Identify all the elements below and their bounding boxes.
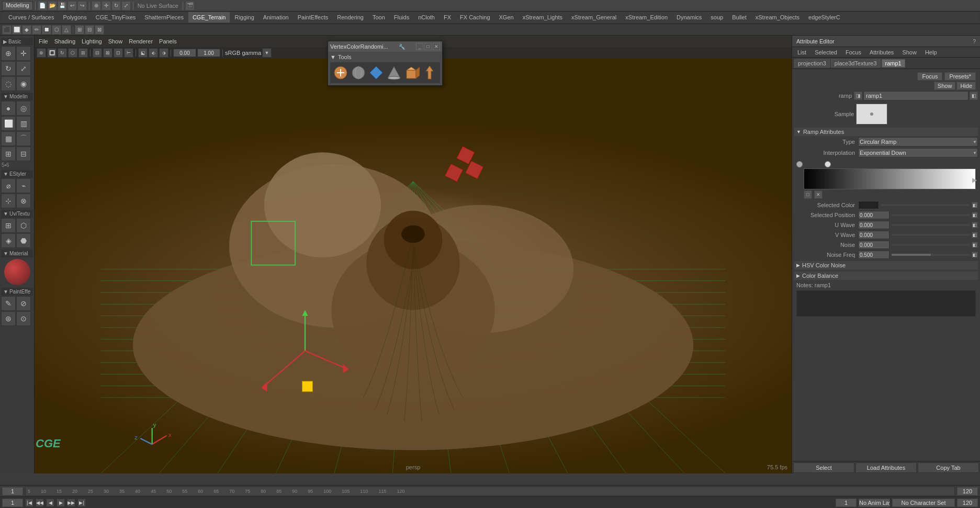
- hsv-color-noise-section[interactable]: ▶ HSV Color Noise: [794, 261, 978, 269]
- undo-btn[interactable]: ↩: [67, 1, 77, 10]
- u-wave-slider[interactable]: [892, 224, 970, 226]
- selected-position-slider[interactable]: [892, 214, 970, 216]
- timeline-ruler[interactable]: 5 10 15 20 25 30 35 40 45 50 55 60 65 70…: [25, 487, 955, 496]
- hide-button[interactable]: Hide: [956, 82, 976, 90]
- timeline-start-field[interactable]: [2, 487, 23, 495]
- sphere-btn[interactable]: ●: [1, 101, 16, 116]
- ramp-marker-left[interactable]: [796, 161, 803, 167]
- redo-btn[interactable]: ↪: [77, 1, 87, 10]
- estyler-btn1[interactable]: ⌀: [1, 178, 16, 193]
- transport-prev-frame-btn[interactable]: ◀: [46, 499, 54, 507]
- attr-tab-focus[interactable]: Focus: [842, 49, 864, 56]
- curve-btn[interactable]: ⌒: [16, 131, 31, 146]
- tab-curves-surfaces[interactable]: Curves / Surfaces: [4, 12, 58, 22]
- cylinder-btn[interactable]: ▥: [16, 116, 31, 131]
- vcr-close-btn[interactable]: ✕: [433, 43, 440, 50]
- tab-xgen[interactable]: XGen: [495, 12, 518, 22]
- u-wave-connect[interactable]: ◧: [972, 222, 978, 228]
- tab-cge-terrain[interactable]: CGE_Terrain: [188, 12, 230, 22]
- node-tab-projection3[interactable]: projection3: [794, 59, 830, 67]
- tab-animation[interactable]: Animation: [259, 12, 293, 22]
- colorspace-dropdown-btn[interactable]: ▼: [262, 48, 272, 58]
- vp-manip-btn[interactable]: ⊞: [78, 48, 88, 58]
- selected-position-connect[interactable]: ◧: [972, 212, 978, 218]
- attr-tab-show[interactable]: Show: [899, 49, 920, 56]
- select-btn[interactable]: ⊕: [1, 46, 16, 61]
- tab-bullet[interactable]: Bullet: [728, 12, 751, 22]
- timeline-end-field[interactable]: [957, 487, 978, 495]
- tool-icon-4[interactable]: ✏: [32, 25, 41, 35]
- node-tab-place3dtexture3[interactable]: place3dTexture3: [831, 59, 881, 67]
- transport-play-fwd-btn[interactable]: ▶: [57, 499, 65, 507]
- scale-btn[interactable]: ⤢: [16, 61, 31, 76]
- selected-color-slider[interactable]: [881, 204, 970, 206]
- selected-color-swatch[interactable]: [858, 201, 879, 209]
- rotate-btn[interactable]: ↻: [1, 61, 16, 76]
- snap-icon-3[interactable]: ⊠: [95, 25, 104, 35]
- attr-tab-selected[interactable]: Selected: [812, 49, 840, 56]
- vcr-titlebar[interactable]: VertexColorRandomi... 🔧 _ □ ✕: [328, 41, 442, 52]
- range-end-field[interactable]: [957, 499, 978, 507]
- viewport[interactable]: x y z File Shading Lighting Show Rendere…: [35, 36, 792, 473]
- tool-icon-5[interactable]: 🔲: [42, 25, 51, 35]
- presets-button[interactable]: Presets*: [944, 72, 976, 81]
- vp-move-btn[interactable]: 🔳: [47, 48, 57, 58]
- vcr-tool-cone[interactable]: [386, 64, 402, 81]
- lighting-menu[interactable]: Lighting: [80, 38, 104, 45]
- sidebar-section-basic[interactable]: ▶ Basic: [1, 38, 33, 46]
- v-wave-slider[interactable]: [892, 234, 970, 236]
- tab-dynamics[interactable]: Dynamics: [672, 12, 706, 22]
- file-menu[interactable]: File: [37, 38, 50, 45]
- sidebar-section-estyler[interactable]: ▼ EStyler: [1, 170, 33, 178]
- v-wave-connect[interactable]: ◧: [972, 232, 978, 238]
- paint-btn2[interactable]: ⊘: [16, 296, 31, 311]
- attr-tab-list[interactable]: List: [794, 49, 809, 56]
- snap-icon-2[interactable]: ⊟: [85, 25, 94, 35]
- node-tab-ramp1[interactable]: ramp1: [882, 59, 905, 67]
- noise-field[interactable]: [858, 241, 889, 249]
- vp-camera2-btn[interactable]: ⬖: [149, 48, 158, 58]
- vp-rotate-btn[interactable]: ↻: [58, 48, 67, 58]
- snap-icon-1[interactable]: ⊞: [75, 25, 84, 35]
- ramp-gradient-display[interactable]: [804, 168, 976, 189]
- tab-toon[interactable]: Toon: [368, 12, 389, 22]
- noise-freq-field[interactable]: [858, 251, 889, 259]
- paint-btn1[interactable]: ✎: [1, 296, 16, 311]
- ramp-marker-right[interactable]: [825, 161, 831, 167]
- tool-icon-1[interactable]: ⬛: [2, 25, 12, 35]
- vp-snap2-btn[interactable]: ⊠: [103, 48, 112, 58]
- camera-field1[interactable]: [173, 49, 196, 57]
- ramp-expand-btn[interactable]: ▶: [972, 176, 977, 184]
- focus-button[interactable]: Focus: [917, 72, 942, 81]
- tab-polygons[interactable]: Polygons: [59, 12, 91, 22]
- attr-tab-help[interactable]: Help: [922, 49, 940, 56]
- vcr-minimize-btn[interactable]: _: [416, 43, 423, 50]
- open-file-btn[interactable]: 📂: [48, 1, 57, 10]
- select-btn-bottom[interactable]: Select: [793, 462, 854, 473]
- plane-btn[interactable]: ▦: [1, 131, 16, 146]
- vp-scale-btn[interactable]: ⬡: [68, 48, 77, 58]
- attr-editor-help-icon[interactable]: ?: [973, 38, 976, 44]
- vp-select-btn[interactable]: ⊕: [37, 48, 46, 58]
- cube-btn[interactable]: ⬜: [1, 116, 16, 131]
- color-balance-section[interactable]: ▶ Color Balance: [794, 272, 978, 280]
- copy-tab-btn[interactable]: Copy Tab: [918, 462, 979, 473]
- extrude-btn[interactable]: ⊞: [1, 146, 16, 161]
- load-attributes-btn[interactable]: Load Attributes: [855, 462, 917, 473]
- tab-cge-tinyfixes[interactable]: CGE_TinyFixes: [92, 12, 140, 22]
- estyler-btn4[interactable]: ⊗: [16, 194, 31, 208]
- uv-btn2[interactable]: ⬡: [16, 218, 31, 233]
- select-tool-btn[interactable]: ⊕: [92, 1, 101, 10]
- bevel-btn[interactable]: ⊟: [16, 146, 31, 161]
- noise-freq-connect[interactable]: ◧: [972, 252, 978, 258]
- tool-icon-3[interactable]: ◆: [22, 25, 31, 35]
- ramp-add-btn[interactable]: □: [804, 190, 812, 199]
- vcr-maximize-btn[interactable]: □: [424, 43, 432, 50]
- tool-icon-2[interactable]: ⬜: [12, 25, 21, 35]
- noise-slider[interactable]: [892, 244, 970, 246]
- tool-icon-7[interactable]: △: [62, 25, 71, 35]
- noise-connect[interactable]: ◧: [972, 242, 978, 248]
- uv-btn4[interactable]: ⬣: [16, 233, 31, 248]
- current-frame-field[interactable]: [2, 499, 23, 507]
- sample-swatch[interactable]: [856, 104, 887, 125]
